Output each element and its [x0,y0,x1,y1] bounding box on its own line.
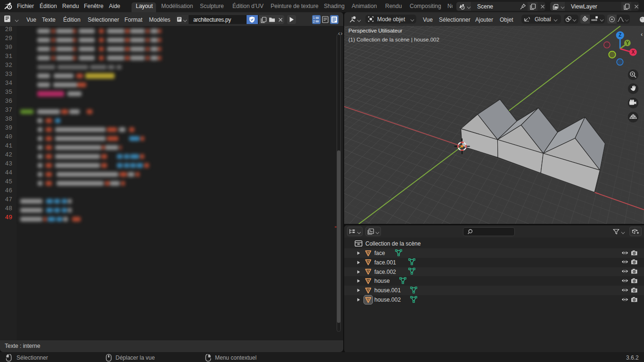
svg-text:1: 1 [313,16,315,19]
svg-text:Z: Z [619,33,621,38]
svg-text:‹: ‹ [641,31,643,38]
svg-text:Y: Y [626,41,629,46]
svg-text:(1) Collection de la scène | h: (1) Collection de la scène | house.002 [348,37,439,42]
svg-text:Perspective Utilisateur: Perspective Utilisateur [348,28,403,33]
svg-text:2: 2 [313,20,315,23]
svg-text:X: X [631,49,635,55]
